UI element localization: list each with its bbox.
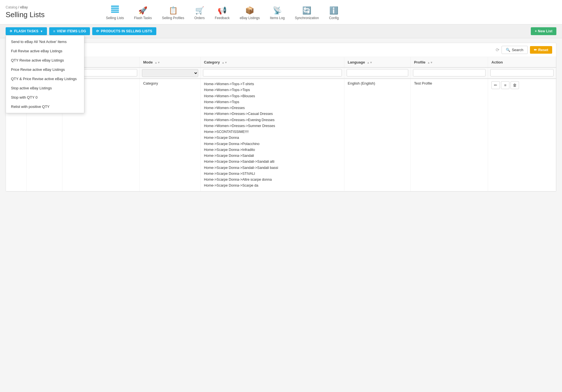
category-item: Home->Scarpe Donna->STIVALI: [204, 171, 341, 177]
menu-item-qty-price-revise[interactable]: QTY & Price Revise active eBay Listings: [6, 74, 84, 83]
items-log-icon-btn: ≡: [53, 29, 55, 33]
synchronization-icon: 🔄: [302, 6, 311, 15]
menu-item-stop-active[interactable]: Stop active eBay Listings: [6, 83, 84, 93]
nav-label-feedback: Feedback: [215, 16, 230, 20]
menu-item-relist-positive[interactable]: Relist with positive QTY: [6, 102, 84, 111]
breadcrumb-current: eBay: [20, 5, 28, 9]
nav-label-synchronization: Synchronization: [295, 16, 319, 20]
filter-category-input[interactable]: [203, 69, 342, 76]
search-icon: 🔍: [506, 48, 510, 52]
nav-label-ebay-listings: eBay Listings: [240, 16, 260, 20]
row-action-cell: ✏ ≡ 🗑: [488, 79, 556, 191]
menu-item-price-revise[interactable]: Price Revise active eBay Listings: [6, 65, 84, 74]
svg-rect-3: [111, 12, 119, 13]
filter-row: Category: [6, 67, 556, 79]
profile-sort-arrows[interactable]: ▲▼: [427, 61, 433, 64]
edit-button[interactable]: ✏: [491, 81, 500, 89]
toolbar: ✈ FLASH TASKS Send to eBay All 'Not Acti…: [0, 24, 562, 38]
flash-tasks-icon-btn: ✈: [10, 29, 12, 33]
th-profile: Profile ▲▼: [410, 57, 488, 67]
flash-tasks-dropdown-wrapper: ✈ FLASH TASKS Send to eBay All 'Not Acti…: [6, 27, 47, 35]
feedback-icon: 📢: [218, 6, 227, 15]
category-item: Home->Women->Dresses: [204, 105, 341, 111]
th-action: Action: [488, 57, 556, 67]
language-sort-arrows[interactable]: ▲▼: [367, 61, 373, 64]
menu-item-send-not-active[interactable]: Send to eBay All 'Not Active' Items: [6, 37, 84, 46]
category-item: Home->Women->Tops->T-shirts: [204, 81, 341, 87]
view-button[interactable]: ≡: [501, 81, 509, 89]
svg-rect-1: [111, 8, 119, 9]
nav-item-config[interactable]: ℹ️ Config: [324, 4, 344, 24]
category-list: Home->Women->Tops->T-shirtsHome->Women->…: [204, 81, 341, 189]
products-in-selling-lists-button[interactable]: ⟳ PRODUCTS IN SELLING LISTS: [92, 27, 156, 35]
row-mode-cell: Category: [140, 79, 200, 191]
flash-tasks-menu: Send to eBay All 'Not Active' Items Full…: [6, 35, 84, 113]
search-label: Search: [512, 48, 523, 52]
filter-category-col: [200, 67, 344, 79]
mode-sort-arrows[interactable]: ▲▼: [155, 61, 160, 64]
category-item: Home->Women->Tops: [204, 99, 341, 105]
menu-item-stop-qty-0[interactable]: Stop with QTY 0: [6, 93, 84, 102]
filter-profile-input[interactable]: [413, 69, 486, 76]
nav-item-ebay-listings[interactable]: 📦 eBay Listings: [235, 4, 265, 24]
nav-label-items-log: Items Log: [270, 16, 285, 20]
menu-item-qty-revise[interactable]: QTY Revise active eBay Listings: [6, 56, 84, 65]
category-item: Home->Scarpe Donna->Sandali: [204, 153, 341, 159]
nav-item-synchronization[interactable]: 🔄 Synchronization: [290, 4, 324, 24]
table-controls: ⟳ 🔍 Search ✏ Reset: [6, 43, 556, 57]
main-content: ⟳ 🔍 Search ✏ Reset ID ▲▼ Title ▲▼: [6, 43, 556, 192]
category-item: Home->Scarpe Donna->Altre scarpe donna: [204, 177, 341, 183]
nav-item-flash-tasks[interactable]: 🚀 Flash Tasks: [129, 4, 157, 24]
search-button[interactable]: 🔍 Search: [502, 46, 527, 54]
nav-item-feedback[interactable]: 📢 Feedback: [210, 4, 235, 24]
category-item: Home->Scarpe Donna->Polacchino: [204, 141, 341, 147]
menu-item-full-revise[interactable]: Full Revise active eBay Listings: [6, 46, 84, 56]
filter-mode-select[interactable]: Category: [142, 69, 198, 77]
flash-tasks-button[interactable]: ✈ FLASH TASKS: [6, 27, 47, 35]
nav-label-config: Config: [329, 16, 339, 20]
category-sort-arrows[interactable]: ▲▼: [222, 61, 227, 64]
table-header-row: ID ▲▼ Title ▲▼ Mode ▲▼ Category ▲▼ Langu…: [6, 57, 556, 67]
reset-button[interactable]: ✏ Reset: [530, 46, 552, 54]
products-in-selling-lists-label: PRODUCTS IN SELLING LISTS: [101, 29, 152, 33]
header-row: Catalog / eBay Selling Lists Selling Lis…: [6, 3, 556, 24]
filter-profile-col: [410, 67, 488, 79]
breadcrumb-catalog[interactable]: Catalog: [6, 5, 17, 9]
selling-profiles-icon: 📋: [169, 6, 178, 15]
filter-lang-input[interactable]: [347, 69, 408, 76]
reset-label: Reset: [538, 48, 548, 52]
orders-icon: 🛒: [195, 6, 204, 15]
nav-label-flash-tasks: Flash Tasks: [134, 16, 152, 20]
products-icon-btn: ⟳: [96, 29, 99, 33]
category-item: Home->Women->Dresses->Casual Dresses: [204, 111, 341, 117]
nav-item-selling-lists[interactable]: Selling Lists: [101, 3, 129, 24]
nav-item-items-log[interactable]: 📡 Items Log: [265, 4, 290, 24]
nav-label-selling-profiles: Selling Profiles: [162, 16, 184, 20]
view-items-log-button[interactable]: ≡ VIEW ITEMS LOG: [49, 27, 90, 35]
flash-tasks-btn-label: FLASH TASKS: [14, 29, 38, 33]
refresh-icon[interactable]: ⟳: [496, 47, 499, 53]
category-item: Home->Women->Dresses->Summer Dresses: [204, 123, 341, 129]
pencil-icon: ✏: [534, 48, 537, 52]
filter-action-input[interactable]: [490, 69, 554, 76]
top-header: Catalog / eBay Selling Lists Selling Lis…: [0, 0, 562, 24]
delete-button[interactable]: 🗑: [511, 81, 519, 89]
nav-item-selling-profiles[interactable]: 📋 Selling Profiles: [157, 4, 189, 24]
main-nav: Selling Lists 🚀 Flash Tasks 📋 Selling Pr…: [101, 3, 344, 24]
category-item: Home->Scarpe Donna: [204, 135, 341, 141]
selling-lists-icon: [110, 5, 119, 15]
nav-item-orders[interactable]: 🛒 Orders: [189, 4, 210, 24]
breadcrumb: Catalog / eBay: [6, 5, 45, 9]
view-items-log-label: VIEW ITEMS LOG: [57, 29, 86, 33]
row-language-cell: English (English): [344, 79, 410, 191]
row-category-cell: Home->Women->Tops->T-shirtsHome->Women->…: [200, 79, 344, 191]
nav-label-orders: Orders: [194, 16, 205, 20]
category-item: Home->Scarpe Donna->Sandali->Sandali alt…: [204, 159, 341, 165]
svg-rect-0: [111, 6, 119, 7]
config-icon: ℹ️: [329, 6, 338, 15]
th-language: Language ▲▼: [344, 57, 410, 67]
new-list-label: + New List: [535, 29, 552, 33]
new-list-button[interactable]: + New List: [531, 27, 556, 35]
category-item: Home->SCONTATISSIME!!!!: [204, 129, 341, 135]
th-mode: Mode ▲▼: [140, 57, 200, 67]
